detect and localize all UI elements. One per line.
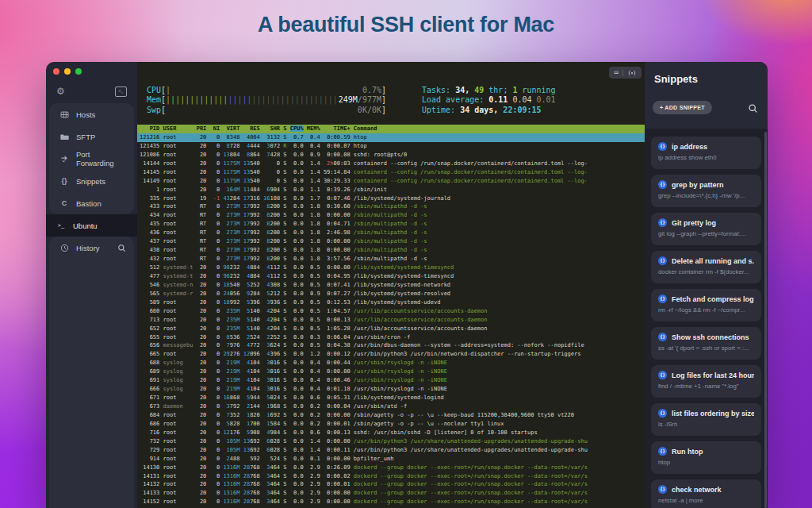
toolbar-divider — [622, 70, 623, 76]
sidebar-item-snippets[interactable]: {} Snippets — [49, 170, 134, 192]
snippet-title: Git pretty log — [672, 219, 716, 227]
process-row[interactable]: 477 systemd-t 20 0 90232 4884 4112 S 0.0… — [137, 272, 645, 281]
process-row[interactable]: 335 root 19 -1 43284 17316 16108 S 0.0 1… — [137, 194, 645, 203]
process-row[interactable]: 121435 root 20 0 8728 4444 3072 R 0.0 0.… — [137, 142, 645, 151]
snippet-card[interactable]: {} grep by pattern grep --include=\*.{c,… — [651, 175, 761, 207]
snippets-scrollbar[interactable] — [764, 132, 767, 508]
sidebar-item-history[interactable]: History — [49, 237, 134, 259]
snippet-card[interactable]: {} list files ordering by size ls -lSrh — [651, 403, 761, 436]
snippet-card[interactable]: {} Run htop htop — [651, 441, 761, 474]
port-forwarding-arrows-icon — [59, 154, 69, 164]
snippets-search-icon[interactable] — [748, 102, 758, 113]
snippet-card[interactable]: {} Git pretty log git log --graph --pret… — [651, 213, 761, 245]
process-row[interactable]: 437 root RT 0 273M 17992 8200 S 0.0 1.8 … — [137, 237, 645, 246]
process-row[interactable]: 688 syslog 20 0 219M 4104 3016 S 0.0 0.4… — [137, 359, 645, 368]
htop-meters: CPU[|0.7%]Mem[||||||||||||||||||||||||||… — [147, 86, 386, 115]
process-row[interactable]: 14149 root 20 0 1175M 13540 0 S 0.0 1.4 … — [137, 177, 645, 186]
sidebar-search-icon[interactable] — [117, 244, 126, 252]
new-terminal-icon[interactable]: >_ — [115, 87, 127, 97]
snippet-command: ip address show eth0 — [658, 154, 754, 161]
snippet-command: ss -at '( dport = :ssh or sport = :... — [658, 344, 754, 352]
snippet-braces-icon: {} — [658, 180, 667, 189]
process-row[interactable]: 656 messagebu 20 0 7976 4772 3624 S 0.0 … — [137, 341, 645, 350]
snippet-title: ip address — [672, 143, 707, 151]
sidebar-history-group: History — [49, 237, 134, 508]
process-row[interactable]: 14131 root 20 0 1316M 28768 3464 S 0.0 2… — [137, 472, 645, 481]
process-row[interactable]: 121216 root 20 0 8348 4004 3132 S 0.7 0.… — [137, 133, 645, 142]
process-row[interactable]: 666 syslog 20 0 219M 4104 3016 S 0.0 0.4… — [137, 385, 645, 394]
terminal-pane[interactable]: ⌨ CPU[|0.7%]Mem[||||||||||||||||||||||||… — [137, 62, 645, 508]
sidebar-item-ubuntu-active[interactable]: >_ Ubuntu — [46, 214, 137, 237]
snippet-card[interactable]: {} Show ssh connections ss -at '( dport … — [651, 327, 761, 360]
process-row[interactable]: 671 root 20 0 16868 5944 5024 S 0.0 0.6 … — [137, 394, 645, 402]
process-row[interactable]: 435 root RT 0 273M 17992 8200 S 0.0 1.8 … — [137, 220, 645, 229]
process-row[interactable]: 691 syslog 20 0 219M 4104 3016 S 0.0 0.4… — [137, 376, 645, 385]
snippets-panel: Snippets + ADD SNIPPET {} ip address ip … — [645, 62, 768, 508]
process-row[interactable]: 438 root RT 0 273M 17992 8200 S 0.0 1.8 … — [137, 246, 645, 255]
sidebar-item-label: Bastion — [76, 199, 102, 208]
mem-meter: Mem[||||||||||||||||||||||||||||||||||||… — [147, 95, 386, 105]
process-row[interactable]: 565 systemd-r 20 0 24056 9284 5212 S 0.0… — [137, 290, 645, 298]
process-row[interactable]: 589 root 20 0 18992 5396 3936 S 0.0 0.5 … — [137, 298, 645, 307]
process-row[interactable]: 655 root 20 0 8536 2524 2252 S 0.0 0.3 0… — [137, 333, 645, 342]
hosts-grid-icon — [59, 110, 69, 119]
snippet-card[interactable]: {} check network netstat -a | more — [651, 479, 761, 508]
process-row[interactable]: 680 root 20 0 235M 5140 4204 S 0.0 0.5 1… — [137, 307, 645, 316]
sidebar-item-bastion[interactable]: C Bastion — [49, 192, 134, 214]
process-row[interactable]: 121086 root 20 0 13804 8864 7428 S 0.0 0… — [137, 151, 645, 160]
process-row[interactable]: 713 root 20 0 235M 5140 4204 S 0.0 0.5 0… — [137, 316, 645, 325]
process-row[interactable]: 512 systemd-t 20 0 90232 4884 4112 S 0.0… — [137, 264, 645, 272]
process-row[interactable]: 686 root 20 0 5828 1700 1584 S 0.0 0.2 0… — [137, 420, 645, 429]
snippet-braces-icon: {} — [658, 409, 667, 418]
snippet-title: Log files for last 24 hours — [672, 371, 754, 379]
app-window: ⚙ >_ Hosts SFTP — [46, 62, 768, 508]
keyboard-icon[interactable]: ⌨ — [614, 67, 619, 79]
zoom-button[interactable] — [75, 68, 82, 75]
sidebar-item-hosts[interactable]: Hosts — [49, 103, 134, 125]
snippet-command: git log --graph --pretty=format:... — [658, 230, 754, 237]
process-row[interactable]: 689 syslog 20 0 219M 4104 3016 S 0.0 0.4… — [137, 368, 645, 376]
minimize-button[interactable] — [64, 68, 71, 75]
process-row[interactable]: 546 systemd-n 20 0 18540 5252 4308 S 0.0… — [137, 281, 645, 290]
process-row[interactable]: 14130 root 20 0 1316M 28768 3464 S 0.0 2… — [137, 464, 645, 472]
process-row[interactable]: 684 root 20 0 7352 1820 1692 S 0.0 0.2 0… — [137, 411, 645, 420]
process-row[interactable]: 665 root 20 0 29276 12096 4396 S 0.0 1.2… — [137, 350, 645, 359]
snippet-card[interactable]: {} Delete all running and s... docker co… — [651, 251, 761, 283]
process-row[interactable]: 729 root 20 0 105M 13692 6028 S 0.0 1.4 … — [137, 446, 645, 455]
process-row[interactable]: 14145 root 20 0 1175M 13540 0 S 0.0 1.4 … — [137, 168, 645, 177]
snippet-card[interactable]: {} ip address ip address show eth0 — [651, 137, 761, 169]
sidebar-item-port-forwarding[interactable]: Port Forwarding — [49, 148, 134, 170]
snippet-card[interactable]: {} Fetch and compress logs rm -rf ~/logs… — [651, 289, 761, 321]
process-row[interactable]: 14152 root 20 0 1316M 28768 3464 S 0.0 2… — [137, 498, 645, 506]
snippet-command: netstat -a | more — [658, 497, 754, 504]
snippet-braces-icon: {} — [658, 142, 667, 151]
process-row[interactable]: 673 daemon 20 0 3792 2144 1968 S 0.0 0.2… — [137, 402, 645, 411]
process-row[interactable]: 914 root 20 0 2488 592 524 S 0.0 0.1 0:0… — [137, 455, 645, 464]
snippet-card[interactable]: {} Log files for last 24 hours find / -m… — [651, 365, 761, 398]
process-row[interactable]: 434 root RT 0 273M 17992 8200 S 0.0 1.8 … — [137, 211, 645, 220]
terminal-prompt-icon: >_ — [56, 221, 66, 230]
folder-icon — [59, 132, 69, 141]
sidebar-item-label: Hosts — [76, 110, 95, 119]
sidebar-item-sftp[interactable]: SFTP — [49, 125, 134, 148]
process-row[interactable]: 732 root 20 0 105M 13692 6028 S 0.0 1.4 … — [137, 437, 645, 446]
close-button[interactable] — [53, 68, 59, 75]
process-row[interactable]: 652 root 20 0 235M 5140 4204 S 0.0 0.5 1… — [137, 325, 645, 333]
process-row[interactable]: 14132 root 20 0 1316M 28768 3464 S 0.0 2… — [137, 480, 645, 489]
snippets-title: Snippets — [654, 73, 698, 85]
sidebar-item-label: History — [76, 244, 100, 252]
sidebar: ⚙ >_ Hosts SFTP — [46, 62, 137, 508]
settings-gear-icon[interactable]: ⚙ — [56, 85, 65, 98]
process-row[interactable]: 14133 root 20 0 1316M 28768 3464 S 0.0 2… — [137, 489, 645, 498]
process-row[interactable]: 716 root 20 0 12176 5908 4984 S 0.0 0.6 … — [137, 429, 645, 437]
snippet-title: Fetch and compress logs — [672, 295, 754, 303]
process-row[interactable]: 14144 root 20 0 1175M 13540 0 S 0.0 1.4 … — [137, 160, 645, 168]
process-row[interactable]: 433 root RT 0 273M 17992 8200 S 0.0 1.8 … — [137, 202, 645, 211]
add-snippet-button[interactable]: + ADD SNIPPET — [653, 101, 712, 114]
process-row[interactable]: 436 root RT 0 273M 17992 8200 S 0.0 1.8 … — [137, 229, 645, 237]
process-row[interactable]: 432 root RT 0 273M 17992 8200 S 0.0 1.8 … — [137, 255, 645, 264]
process-row[interactable]: 1 root 20 0 164M 11484 6904 S 0.0 1.1 0:… — [137, 186, 645, 194]
snippet-command: find / -mtime +1 -name "*.log" — [658, 383, 754, 390]
snippet-title: list files ordering by size — [672, 410, 754, 418]
broadcast-icon[interactable] — [627, 69, 637, 77]
